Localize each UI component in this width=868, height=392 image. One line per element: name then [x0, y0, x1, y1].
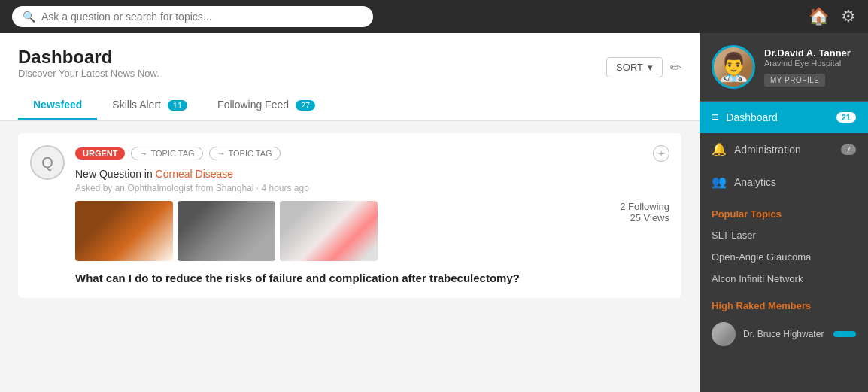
search-input[interactable]: [41, 11, 363, 23]
search-icon: 🔍: [23, 11, 35, 23]
sort-button[interactable]: SORT ▾: [606, 57, 663, 77]
tabs: Newsfeed Skills Alert 11 Following Feed …: [18, 91, 681, 120]
nav-item-dashboard[interactable]: ≡ Dashboard 21: [700, 102, 868, 133]
dashboard-actions: SORT ▾ ✏: [606, 57, 681, 77]
center-panel: Dashboard Discover Your Latest News Now.…: [0, 33, 700, 392]
my-profile-button[interactable]: MY PROFILE: [764, 74, 825, 87]
tag-urgent: URGENT: [75, 147, 125, 160]
settings-icon[interactable]: ⚙: [841, 7, 856, 26]
question-images: [75, 201, 600, 261]
question-meta: Asked by an Ophthalmologist from Shangha…: [75, 183, 669, 193]
popular-topic-2[interactable]: Open-Angle Glaucoma: [700, 246, 868, 268]
member-bar: [833, 331, 856, 337]
question-tags: URGENT → TOPIC TAG → TOPIC TAG +: [75, 145, 669, 162]
analytics-icon: 👥: [712, 175, 727, 189]
profile-card: 👨‍⚕️ Dr.David A. Tanner Aravind Eye Hosp…: [700, 33, 868, 102]
dashboard-badge: 21: [836, 112, 856, 123]
question-body: URGENT → TOPIC TAG → TOPIC TAG + New Que…: [75, 145, 669, 286]
question-image-3: [280, 201, 378, 261]
question-image-1: [75, 201, 173, 261]
sort-label: SORT: [616, 62, 643, 73]
stats-following: 2 Following: [609, 201, 669, 212]
member-name: Dr. Bruce Highwater: [743, 329, 826, 339]
dashboard-icon: ≡: [712, 111, 718, 124]
question-link[interactable]: Corneal Disease: [156, 168, 234, 180]
popular-topics-title: Popular Topics: [700, 198, 868, 224]
search-container: 🔍: [12, 6, 373, 27]
popular-topic-3[interactable]: Alcon Infiniti Network: [700, 268, 868, 290]
administration-badge: 7: [841, 144, 856, 155]
profile-hospital: Aravind Eye Hospital: [764, 59, 856, 68]
tab-newsfeed[interactable]: Newsfeed: [18, 91, 97, 120]
dashboard-header: Dashboard Discover Your Latest News Now.…: [0, 33, 700, 121]
tab-newsfeed-label: Newsfeed: [33, 99, 82, 111]
edit-icon[interactable]: ✏: [670, 59, 681, 76]
question-body-text: What can I do to reduce the risks of fai…: [75, 270, 669, 286]
nav-item-analytics[interactable]: 👥 Analytics: [700, 166, 868, 198]
dashboard-subtitle: Discover Your Latest News Now.: [18, 68, 159, 79]
add-tag-button[interactable]: +: [653, 145, 669, 162]
dashboard-title-group: Dashboard Discover Your Latest News Now.: [18, 47, 159, 88]
question-title-prefix: New Question in: [75, 168, 153, 180]
bell-icon: 🔔: [712, 142, 727, 156]
nav-item-administration[interactable]: 🔔 Administration 7: [700, 133, 868, 166]
profile-info: Dr.David A. Tanner Aravind Eye Hospital …: [764, 47, 856, 87]
high-ranked-title: High Raked Members: [700, 290, 868, 316]
question-image-2: [178, 201, 275, 261]
main-layout: Dashboard Discover Your Latest News Now.…: [0, 33, 868, 392]
tab-following-feed-badge: 27: [296, 100, 315, 111]
stats-views: 25 Views: [609, 212, 669, 223]
dashboard-title: Dashboard: [18, 47, 159, 68]
tag-topic-1-label: TOPIC TAG: [150, 149, 194, 158]
member-item: Dr. Bruce Highwater: [700, 316, 868, 352]
question-card: Q URGENT → TOPIC TAG → TOPIC TAG +: [18, 133, 681, 298]
avatar-letter: Q: [41, 154, 53, 172]
topbar-icons: 🏠 ⚙: [809, 7, 856, 26]
tab-skills-alert-badge: 11: [168, 100, 187, 111]
question-title: New Question in Corneal Disease: [75, 168, 669, 180]
tab-following-feed-label: Following Feed: [217, 99, 289, 111]
home-icon[interactable]: 🏠: [809, 7, 829, 26]
dashboard-title-row: Dashboard Discover Your Latest News Now.…: [18, 47, 681, 88]
arrow-icon-2: →: [217, 149, 226, 158]
right-sidebar: 👨‍⚕️ Dr.David A. Tanner Aravind Eye Hosp…: [700, 33, 868, 392]
topbar: 🔍 🏠 ⚙: [0, 0, 868, 33]
member-avatar: [712, 322, 736, 346]
profile-name: Dr.David A. Tanner: [764, 47, 856, 59]
tab-following-feed[interactable]: Following Feed 27: [202, 91, 330, 120]
popular-topic-1[interactable]: SLT Laser: [700, 224, 868, 246]
feed-content: Q URGENT → TOPIC TAG → TOPIC TAG +: [0, 121, 700, 392]
tag-topic-2-label: TOPIC TAG: [229, 149, 272, 158]
sort-chevron-icon: ▾: [648, 62, 653, 73]
tab-skills-alert-label: Skills Alert: [112, 99, 161, 111]
tag-topic-1: → TOPIC TAG: [131, 147, 202, 160]
nav-administration-label: Administration: [734, 144, 833, 156]
nav-analytics-label: Analytics: [734, 176, 856, 188]
question-avatar: Q: [30, 145, 65, 180]
avatar: 👨‍⚕️: [712, 45, 755, 89]
arrow-icon: →: [139, 149, 147, 158]
tab-skills-alert[interactable]: Skills Alert 11: [97, 91, 202, 120]
tag-topic-2: → TOPIC TAG: [209, 147, 281, 160]
nav-dashboard-label: Dashboard: [726, 111, 828, 123]
